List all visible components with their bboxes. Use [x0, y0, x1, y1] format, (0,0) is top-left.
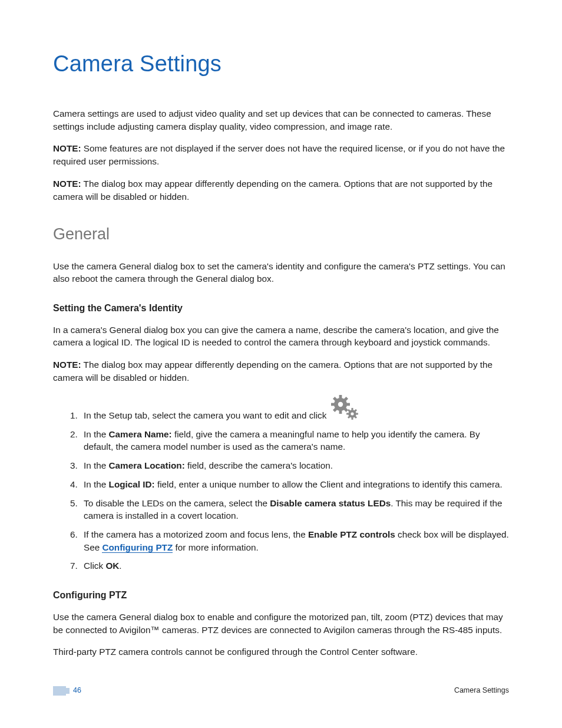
step-text: . — [119, 561, 121, 571]
identity-note-text: The dialog box may appear differently de… — [53, 360, 492, 383]
step-5: To disable the LEDs on the camera, selec… — [80, 497, 509, 522]
step-text: field, describe the camera's location. — [185, 460, 333, 470]
svg-rect-13 — [352, 417, 353, 420]
svg-rect-2 — [339, 395, 342, 398]
step-bold: OK — [105, 561, 119, 571]
svg-point-11 — [351, 412, 354, 415]
identity-paragraph-1: In a camera's General dialog box you can… — [53, 324, 509, 349]
ptz-paragraph-2: Third-party PTZ camera controls cannot b… — [53, 645, 509, 658]
svg-rect-3 — [339, 410, 342, 414]
step-3: In the Camera Location: field, describe … — [80, 459, 509, 472]
step-text: If the camera has a motorized zoom and f… — [84, 529, 308, 539]
identity-note: NOTE: The dialog box may appear differen… — [53, 358, 509, 384]
step-bold: Camera Name: — [109, 429, 172, 439]
page-title: Camera Settings — [53, 48, 509, 80]
ptz-paragraph-1: Use the camera General dialog box to ena… — [53, 611, 509, 636]
configuring-ptz-link[interactable]: Configuring PTZ — [102, 542, 173, 553]
intro-paragraph: Camera settings are used to adjust video… — [53, 107, 509, 133]
general-intro: Use the camera General dialog box to set… — [53, 260, 509, 285]
step-text: In the — [84, 460, 109, 470]
footer-logo-icon — [53, 686, 66, 696]
step-2: In the Camera Name: field, give the came… — [80, 428, 509, 453]
step-text: To disable the LEDs on the camera, selec… — [84, 498, 270, 508]
steps-list: In the Setup tab, select the camera you … — [53, 394, 509, 572]
svg-rect-14 — [346, 413, 349, 414]
document-page: Camera Settings Camera settings are used… — [0, 0, 562, 728]
subheading-ptz: Configuring PTZ — [53, 589, 509, 602]
step-text: In the — [84, 479, 109, 489]
svg-rect-4 — [331, 403, 335, 406]
step-bold: Camera Location: — [109, 460, 185, 470]
note-text-2: The dialog box may appear differently de… — [53, 179, 492, 202]
step-text: Click — [84, 561, 105, 571]
step-bold: Logical ID: — [109, 479, 155, 489]
note-paragraph-2: NOTE: The dialog box may appear differen… — [53, 177, 509, 203]
step-bold: Enable PTZ controls — [308, 529, 395, 539]
svg-rect-5 — [346, 403, 350, 406]
step-1-text: In the Setup tab, select the camera you … — [84, 409, 326, 422]
step-bold: Disable camera status LEDs — [270, 498, 391, 508]
svg-rect-12 — [352, 408, 353, 410]
footer-left: 46 — [53, 686, 81, 696]
section-heading-general: General — [53, 223, 509, 245]
step-7: Click OK. — [80, 559, 509, 572]
svg-point-1 — [338, 401, 343, 406]
page-number: 46 — [73, 686, 81, 696]
step-text: for more information. — [173, 542, 258, 552]
settings-gear-icon — [329, 394, 364, 422]
note-text-1: Some features are not displayed if the s… — [53, 143, 505, 166]
page-footer: 46 Camera Settings — [53, 686, 509, 696]
note-label: NOTE: — [53, 143, 81, 153]
note-label: NOTE: — [53, 360, 81, 370]
footer-section-label: Camera Settings — [454, 686, 509, 696]
svg-rect-15 — [356, 413, 359, 414]
step-text: field, enter a unique number to allow th… — [155, 479, 503, 489]
subheading-identity: Setting the Camera's Identity — [53, 302, 509, 315]
note-paragraph-1: NOTE: Some features are not displayed if… — [53, 142, 509, 167]
step-text: In the — [84, 429, 109, 439]
step-1: In the Setup tab, select the camera you … — [80, 394, 509, 422]
step-4: In the Logical ID: field, enter a unique… — [80, 478, 509, 491]
note-label: NOTE: — [53, 179, 81, 189]
step-6: If the camera has a motorized zoom and f… — [80, 528, 509, 554]
